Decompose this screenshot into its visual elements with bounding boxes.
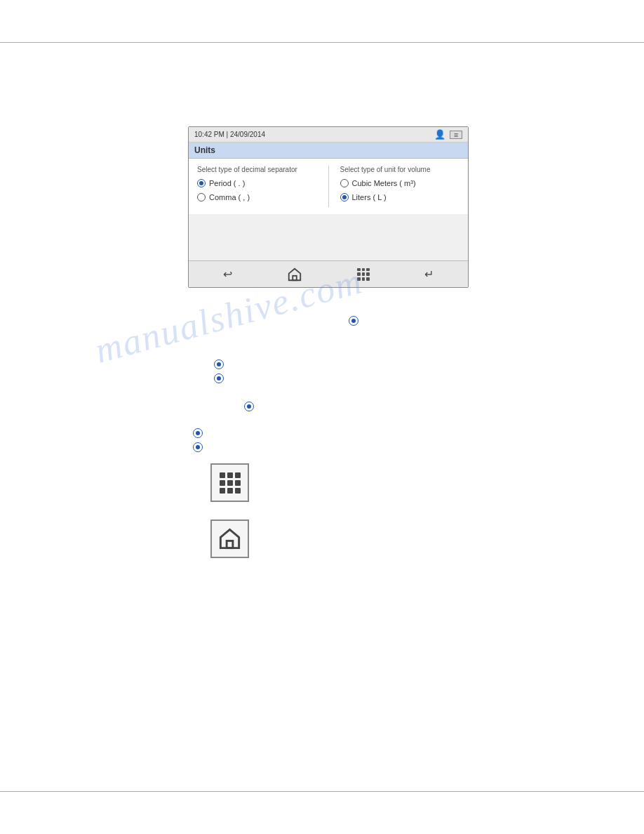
grid-icon xyxy=(357,268,370,281)
liters-radio[interactable] xyxy=(340,193,349,201)
large-home-icon xyxy=(217,527,242,551)
top-rule xyxy=(0,42,644,43)
radio-dot-5 xyxy=(193,427,203,438)
bottom-rule xyxy=(0,791,644,792)
svg-rect-1 xyxy=(227,541,233,548)
comma-radio[interactable] xyxy=(197,193,206,201)
home-button[interactable] xyxy=(287,267,302,282)
network-icon: 👤 xyxy=(434,129,445,140)
grid-button[interactable] xyxy=(357,268,370,281)
svg-rect-0 xyxy=(293,275,297,279)
period-radio[interactable] xyxy=(197,179,206,187)
cubic-meters-option[interactable]: Cubic Meters ( m³) xyxy=(340,179,460,187)
large-home-icon-box[interactable] xyxy=(210,519,249,558)
volume-section-title: Select type of unit for volume xyxy=(340,166,460,173)
large-grid-icon xyxy=(220,472,241,494)
enter-button[interactable]: ↵ xyxy=(424,267,434,281)
volume-section: Select type of unit for volume Cubic Met… xyxy=(340,166,460,207)
radio-dot-4 xyxy=(244,400,254,411)
back-icon: ↩ xyxy=(223,267,232,281)
radio-dot-6 xyxy=(193,441,203,452)
period-option[interactable]: Period ( . ) xyxy=(197,179,317,187)
menu-icon: ☰ xyxy=(450,131,462,139)
cubic-meters-label: Cubic Meters ( m³) xyxy=(352,179,416,187)
back-button[interactable]: ↩ xyxy=(223,267,232,281)
period-label: Period ( . ) xyxy=(209,179,245,187)
radio-dot-2 xyxy=(214,358,224,369)
status-bar-icons: 👤 ☰ xyxy=(434,129,462,140)
comma-option[interactable]: Comma ( , ) xyxy=(197,193,317,201)
liters-option[interactable]: Liters ( L ) xyxy=(340,193,460,201)
cubic-meters-radio[interactable] xyxy=(340,179,349,187)
decimal-section-title: Select type of decimal separator xyxy=(197,166,317,173)
comma-label: Comma ( , ) xyxy=(209,193,250,201)
title-label: Units xyxy=(194,145,215,155)
content-area: Select type of decimal separator Period … xyxy=(189,159,468,214)
device-screen: 10:42 PM | 24/09/2014 👤 ☰ Units Select t… xyxy=(188,126,469,288)
nav-bar: ↩ ↵ xyxy=(189,260,468,287)
liters-label: Liters ( L ) xyxy=(352,193,387,201)
radio-dot-1 xyxy=(349,315,358,326)
status-bar: 10:42 PM | 24/09/2014 👤 ☰ xyxy=(189,127,468,143)
decimal-section: Select type of decimal separator Period … xyxy=(197,166,317,207)
enter-icon: ↵ xyxy=(424,267,434,281)
large-grid-icon-box[interactable] xyxy=(210,463,249,502)
radio-dot-3 xyxy=(214,372,224,383)
home-icon xyxy=(287,267,302,282)
section-divider xyxy=(328,166,329,207)
title-bar: Units xyxy=(189,143,468,159)
datetime-label: 10:42 PM | 24/09/2014 xyxy=(194,131,265,138)
